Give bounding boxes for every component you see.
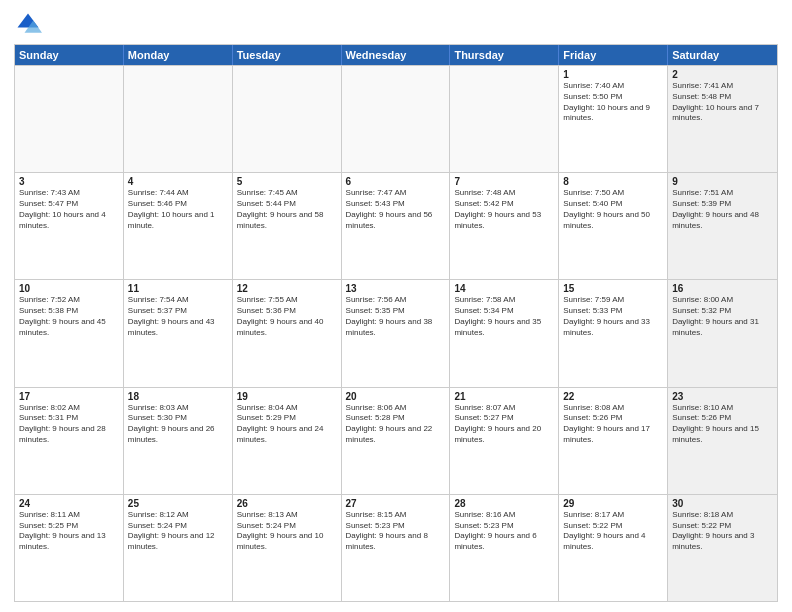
cal-cell-28: 28Sunrise: 8:16 AM Sunset: 5:23 PM Dayli…: [450, 495, 559, 601]
day-number: 1: [563, 69, 663, 80]
cal-cell-3: 3Sunrise: 7:43 AM Sunset: 5:47 PM Daylig…: [15, 173, 124, 279]
cal-cell-19: 19Sunrise: 8:04 AM Sunset: 5:29 PM Dayli…: [233, 388, 342, 494]
cell-info: Sunrise: 8:17 AM Sunset: 5:22 PM Dayligh…: [563, 510, 663, 553]
cal-row-4: 24Sunrise: 8:11 AM Sunset: 5:25 PM Dayli…: [15, 494, 777, 601]
day-number: 9: [672, 176, 773, 187]
day-number: 25: [128, 498, 228, 509]
cal-cell-22: 22Sunrise: 8:08 AM Sunset: 5:26 PM Dayli…: [559, 388, 668, 494]
cal-cell-12: 12Sunrise: 7:55 AM Sunset: 5:36 PM Dayli…: [233, 280, 342, 386]
cell-info: Sunrise: 7:58 AM Sunset: 5:34 PM Dayligh…: [454, 295, 554, 338]
day-number: 29: [563, 498, 663, 509]
cal-cell-26: 26Sunrise: 8:13 AM Sunset: 5:24 PM Dayli…: [233, 495, 342, 601]
cal-cell-29: 29Sunrise: 8:17 AM Sunset: 5:22 PM Dayli…: [559, 495, 668, 601]
cell-info: Sunrise: 7:59 AM Sunset: 5:33 PM Dayligh…: [563, 295, 663, 338]
day-number: 20: [346, 391, 446, 402]
cal-cell-21: 21Sunrise: 8:07 AM Sunset: 5:27 PM Dayli…: [450, 388, 559, 494]
cal-cell-empty-2: [233, 66, 342, 172]
cal-cell-8: 8Sunrise: 7:50 AM Sunset: 5:40 PM Daylig…: [559, 173, 668, 279]
cal-header-saturday: Saturday: [668, 45, 777, 65]
logo: [14, 10, 46, 38]
cell-info: Sunrise: 8:03 AM Sunset: 5:30 PM Dayligh…: [128, 403, 228, 446]
page: SundayMondayTuesdayWednesdayThursdayFrid…: [0, 0, 792, 612]
cell-info: Sunrise: 8:11 AM Sunset: 5:25 PM Dayligh…: [19, 510, 119, 553]
cal-row-0: 1Sunrise: 7:40 AM Sunset: 5:50 PM Daylig…: [15, 65, 777, 172]
cell-info: Sunrise: 8:00 AM Sunset: 5:32 PM Dayligh…: [672, 295, 773, 338]
day-number: 3: [19, 176, 119, 187]
cal-row-1: 3Sunrise: 7:43 AM Sunset: 5:47 PM Daylig…: [15, 172, 777, 279]
cell-info: Sunrise: 8:16 AM Sunset: 5:23 PM Dayligh…: [454, 510, 554, 553]
cell-info: Sunrise: 8:10 AM Sunset: 5:26 PM Dayligh…: [672, 403, 773, 446]
day-number: 2: [672, 69, 773, 80]
day-number: 30: [672, 498, 773, 509]
day-number: 19: [237, 391, 337, 402]
cal-cell-30: 30Sunrise: 8:18 AM Sunset: 5:22 PM Dayli…: [668, 495, 777, 601]
cal-cell-14: 14Sunrise: 7:58 AM Sunset: 5:34 PM Dayli…: [450, 280, 559, 386]
cal-cell-15: 15Sunrise: 7:59 AM Sunset: 5:33 PM Dayli…: [559, 280, 668, 386]
cal-cell-1: 1Sunrise: 7:40 AM Sunset: 5:50 PM Daylig…: [559, 66, 668, 172]
cell-info: Sunrise: 7:45 AM Sunset: 5:44 PM Dayligh…: [237, 188, 337, 231]
cal-cell-17: 17Sunrise: 8:02 AM Sunset: 5:31 PM Dayli…: [15, 388, 124, 494]
day-number: 27: [346, 498, 446, 509]
cal-cell-4: 4Sunrise: 7:44 AM Sunset: 5:46 PM Daylig…: [124, 173, 233, 279]
cal-cell-empty-1: [124, 66, 233, 172]
cell-info: Sunrise: 7:56 AM Sunset: 5:35 PM Dayligh…: [346, 295, 446, 338]
cal-cell-25: 25Sunrise: 8:12 AM Sunset: 5:24 PM Dayli…: [124, 495, 233, 601]
day-number: 7: [454, 176, 554, 187]
cell-info: Sunrise: 8:02 AM Sunset: 5:31 PM Dayligh…: [19, 403, 119, 446]
day-number: 13: [346, 283, 446, 294]
cell-info: Sunrise: 8:15 AM Sunset: 5:23 PM Dayligh…: [346, 510, 446, 553]
cell-info: Sunrise: 8:06 AM Sunset: 5:28 PM Dayligh…: [346, 403, 446, 446]
cell-info: Sunrise: 7:40 AM Sunset: 5:50 PM Dayligh…: [563, 81, 663, 124]
cal-cell-13: 13Sunrise: 7:56 AM Sunset: 5:35 PM Dayli…: [342, 280, 451, 386]
cell-info: Sunrise: 8:18 AM Sunset: 5:22 PM Dayligh…: [672, 510, 773, 553]
cal-cell-2: 2Sunrise: 7:41 AM Sunset: 5:48 PM Daylig…: [668, 66, 777, 172]
day-number: 26: [237, 498, 337, 509]
calendar-body: 1Sunrise: 7:40 AM Sunset: 5:50 PM Daylig…: [15, 65, 777, 601]
day-number: 17: [19, 391, 119, 402]
day-number: 28: [454, 498, 554, 509]
cal-cell-empty-0: [15, 66, 124, 172]
cell-info: Sunrise: 7:41 AM Sunset: 5:48 PM Dayligh…: [672, 81, 773, 124]
cell-info: Sunrise: 7:44 AM Sunset: 5:46 PM Dayligh…: [128, 188, 228, 231]
day-number: 11: [128, 283, 228, 294]
day-number: 21: [454, 391, 554, 402]
cell-info: Sunrise: 7:50 AM Sunset: 5:40 PM Dayligh…: [563, 188, 663, 231]
cal-cell-24: 24Sunrise: 8:11 AM Sunset: 5:25 PM Dayli…: [15, 495, 124, 601]
cal-cell-18: 18Sunrise: 8:03 AM Sunset: 5:30 PM Dayli…: [124, 388, 233, 494]
day-number: 10: [19, 283, 119, 294]
cal-header-friday: Friday: [559, 45, 668, 65]
cell-info: Sunrise: 8:07 AM Sunset: 5:27 PM Dayligh…: [454, 403, 554, 446]
day-number: 6: [346, 176, 446, 187]
cal-cell-27: 27Sunrise: 8:15 AM Sunset: 5:23 PM Dayli…: [342, 495, 451, 601]
cal-cell-7: 7Sunrise: 7:48 AM Sunset: 5:42 PM Daylig…: [450, 173, 559, 279]
day-number: 22: [563, 391, 663, 402]
cell-info: Sunrise: 8:08 AM Sunset: 5:26 PM Dayligh…: [563, 403, 663, 446]
cal-header-wednesday: Wednesday: [342, 45, 451, 65]
cal-header-thursday: Thursday: [450, 45, 559, 65]
cal-row-2: 10Sunrise: 7:52 AM Sunset: 5:38 PM Dayli…: [15, 279, 777, 386]
calendar: SundayMondayTuesdayWednesdayThursdayFrid…: [14, 44, 778, 602]
day-number: 16: [672, 283, 773, 294]
logo-icon: [14, 10, 42, 38]
cell-info: Sunrise: 8:13 AM Sunset: 5:24 PM Dayligh…: [237, 510, 337, 553]
cal-header-sunday: Sunday: [15, 45, 124, 65]
cal-cell-9: 9Sunrise: 7:51 AM Sunset: 5:39 PM Daylig…: [668, 173, 777, 279]
cell-info: Sunrise: 7:47 AM Sunset: 5:43 PM Dayligh…: [346, 188, 446, 231]
cal-cell-6: 6Sunrise: 7:47 AM Sunset: 5:43 PM Daylig…: [342, 173, 451, 279]
day-number: 5: [237, 176, 337, 187]
day-number: 14: [454, 283, 554, 294]
day-number: 15: [563, 283, 663, 294]
cal-cell-11: 11Sunrise: 7:54 AM Sunset: 5:37 PM Dayli…: [124, 280, 233, 386]
day-number: 4: [128, 176, 228, 187]
cal-cell-20: 20Sunrise: 8:06 AM Sunset: 5:28 PM Dayli…: [342, 388, 451, 494]
cell-info: Sunrise: 7:52 AM Sunset: 5:38 PM Dayligh…: [19, 295, 119, 338]
cell-info: Sunrise: 8:04 AM Sunset: 5:29 PM Dayligh…: [237, 403, 337, 446]
cell-info: Sunrise: 7:51 AM Sunset: 5:39 PM Dayligh…: [672, 188, 773, 231]
cal-cell-10: 10Sunrise: 7:52 AM Sunset: 5:38 PM Dayli…: [15, 280, 124, 386]
calendar-header-row: SundayMondayTuesdayWednesdayThursdayFrid…: [15, 45, 777, 65]
cal-cell-empty-4: [450, 66, 559, 172]
header: [14, 10, 778, 38]
cal-header-monday: Monday: [124, 45, 233, 65]
day-number: 8: [563, 176, 663, 187]
day-number: 18: [128, 391, 228, 402]
